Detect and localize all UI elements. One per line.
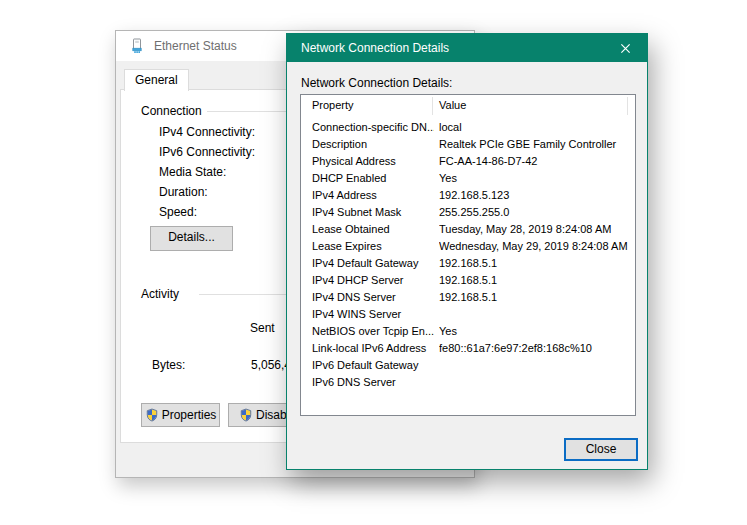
details-section-label: Network Connection Details: <box>301 76 452 90</box>
details-row[interactable]: IPv4 DHCP Server 192.168.5.1 <box>301 272 635 289</box>
row-property: IPv4 DHCP Server <box>312 272 434 289</box>
details-row[interactable]: Physical Address FC-AA-14-86-D7-42 <box>301 153 635 170</box>
row-value: Wednesday, May 29, 2019 8:24:08 AM <box>439 238 634 255</box>
tab-general[interactable]: General <box>124 69 189 91</box>
row-property: Description <box>312 136 434 153</box>
details-table-body: Connection-specific DN... local Descript… <box>301 119 635 391</box>
details-row[interactable]: Description Realtek PCIe GBE Family Cont… <box>301 136 635 153</box>
row-value: 255.255.255.0 <box>439 204 634 221</box>
details-row[interactable]: DHCP Enabled Yes <box>301 170 635 187</box>
row-property: Lease Expires <box>312 238 434 255</box>
row-value: Tuesday, May 28, 2019 8:24:08 AM <box>439 221 634 238</box>
listview-header[interactable]: Property Value <box>301 95 635 117</box>
details-row[interactable]: IPv4 Default Gateway 192.168.5.1 <box>301 255 635 272</box>
uac-shield-icon <box>239 408 253 422</box>
details-row[interactable]: NetBIOS over Tcpip En... Yes <box>301 323 635 340</box>
row-property: NetBIOS over Tcpip En... <box>312 323 434 340</box>
row-value: 192.168.5.1 <box>439 272 634 289</box>
row-property: Physical Address <box>312 153 434 170</box>
activity-group-label: Activity <box>138 287 182 301</box>
row-property: IPv4 Default Gateway <box>312 255 434 272</box>
row-property: Link-local IPv6 Address <box>312 340 434 357</box>
row-value: 192.168.5.123 <box>439 187 634 204</box>
details-row[interactable]: IPv6 Default Gateway <box>301 357 635 374</box>
details-row[interactable]: IPv6 DNS Server <box>301 374 635 391</box>
row-property: Lease Obtained <box>312 221 434 238</box>
properties-button-label: Properties <box>162 408 217 422</box>
ethernet-window-title: Ethernet Status <box>154 39 237 53</box>
column-separator[interactable] <box>627 97 628 115</box>
row-value: Yes <box>439 323 634 340</box>
row-property: IPv6 DNS Server <box>312 374 434 391</box>
column-header-property[interactable]: Property <box>312 99 354 111</box>
details-row[interactable]: IPv4 DNS Server 192.168.5.1 <box>301 289 635 306</box>
row-property: IPv6 Default Gateway <box>312 357 434 374</box>
sent-label: Sent <box>250 321 275 335</box>
details-listview[interactable]: Property Value Connection-specific DN...… <box>300 94 636 416</box>
bytes-label: Bytes: <box>152 358 185 372</box>
row-value: Realtek PCIe GBE Family Controller <box>439 136 634 153</box>
row-property: IPv4 Address <box>312 187 434 204</box>
details-row[interactable]: IPv4 Subnet Mask 255.255.255.0 <box>301 204 635 221</box>
details-row[interactable]: Lease Obtained Tuesday, May 28, 2019 8:2… <box>301 221 635 238</box>
row-value: Yes <box>439 170 634 187</box>
dialog-title: Network Connection Details <box>301 34 449 62</box>
row-property: IPv4 WINS Server <box>312 306 434 323</box>
row-property: Connection-specific DN... <box>312 119 434 136</box>
column-separator[interactable] <box>432 97 433 115</box>
row-property: DHCP Enabled <box>312 170 434 187</box>
connection-group-label: Connection <box>138 104 205 118</box>
column-header-value[interactable]: Value <box>439 99 466 111</box>
row-value: fe80::61a7:6e97:2ef8:168c%10 <box>439 340 634 357</box>
titlebar-close-button[interactable] <box>603 34 647 62</box>
row-property: IPv4 Subnet Mask <box>312 204 434 221</box>
row-value: 192.168.5.1 <box>439 289 634 306</box>
properties-button[interactable]: Properties <box>141 403 220 427</box>
row-value: 192.168.5.1 <box>439 255 634 272</box>
row-value: FC-AA-14-86-D7-42 <box>439 153 634 170</box>
ethernet-adapter-icon <box>129 38 145 54</box>
details-row[interactable]: Lease Expires Wednesday, May 29, 2019 8:… <box>301 238 635 255</box>
details-row[interactable]: Link-local IPv6 Address fe80::61a7:6e97:… <box>301 340 635 357</box>
dialog-titlebar[interactable]: Network Connection Details <box>287 34 647 62</box>
uac-shield-icon <box>145 408 159 422</box>
row-property: IPv4 DNS Server <box>312 289 434 306</box>
close-button[interactable]: Close <box>564 438 638 461</box>
details-row[interactable]: IPv4 Address 192.168.5.123 <box>301 187 635 204</box>
details-row[interactable]: Connection-specific DN... local <box>301 119 635 136</box>
close-icon <box>620 43 631 54</box>
details-button[interactable]: Details... <box>150 226 233 251</box>
network-connection-details-dialog: Network Connection Details Network Conne… <box>286 33 648 470</box>
row-value: local <box>439 119 634 136</box>
details-row[interactable]: IPv4 WINS Server <box>301 306 635 323</box>
